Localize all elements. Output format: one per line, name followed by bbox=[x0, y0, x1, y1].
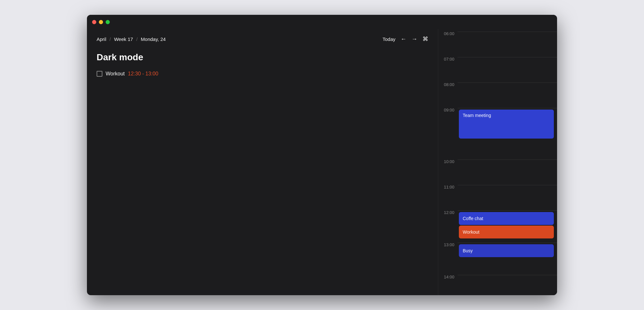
main-panel: April / Week 17 / Monday, 24 Today ← → ⌘… bbox=[87, 29, 438, 295]
time-area-0800 bbox=[458, 82, 557, 108]
time-slot-1400: 14:00 bbox=[438, 275, 557, 295]
task-checkbox[interactable] bbox=[97, 71, 102, 77]
breadcrumb-day: Monday, 24 bbox=[141, 36, 166, 42]
event-busy[interactable]: Busy bbox=[459, 244, 554, 257]
time-area-0900: Team meeting bbox=[458, 108, 557, 133]
time-area-0700 bbox=[458, 57, 557, 82]
today-button[interactable]: Today bbox=[383, 36, 395, 42]
time-slot-1200: 12:00 Coffe chat Workout bbox=[438, 210, 557, 243]
event-title-busy: Busy bbox=[463, 248, 473, 253]
time-label-1300: 13:00 bbox=[438, 243, 458, 247]
minimize-button[interactable] bbox=[99, 20, 103, 24]
time-label-0800: 08:00 bbox=[438, 82, 458, 87]
breadcrumb-month: April bbox=[97, 36, 106, 42]
time-area-1400 bbox=[458, 275, 557, 295]
close-button[interactable] bbox=[92, 20, 96, 24]
task-item: Workout 12:30 - 13:00 bbox=[97, 71, 428, 77]
time-slot-0900: 09:00 Team meeting bbox=[438, 108, 557, 160]
event-title-workout: Workout bbox=[463, 229, 479, 235]
time-slot-0600: 06:00 bbox=[438, 32, 557, 57]
time-label-0700: 07:00 bbox=[438, 57, 458, 61]
titlebar bbox=[87, 15, 557, 29]
breadcrumb-sep2: / bbox=[136, 36, 137, 42]
time-slot-1000: 10:00 bbox=[438, 160, 557, 185]
task-time: 12:30 - 13:00 bbox=[128, 71, 158, 77]
content-area: April / Week 17 / Monday, 24 Today ← → ⌘… bbox=[87, 29, 557, 295]
time-area-1300: Busy bbox=[458, 243, 557, 268]
nav-controls: Today ← → ⌘ bbox=[383, 35, 428, 43]
time-label-1000: 10:00 bbox=[438, 160, 458, 164]
time-area-1200: Coffe chat Workout bbox=[458, 210, 557, 240]
maximize-button[interactable] bbox=[106, 20, 110, 24]
time-area-1000 bbox=[458, 160, 557, 185]
header-row: April / Week 17 / Monday, 24 Today ← → ⌘ bbox=[97, 35, 428, 43]
time-label-1400: 14:00 bbox=[438, 275, 458, 279]
traffic-lights bbox=[92, 20, 110, 24]
time-label-0900: 09:00 bbox=[438, 108, 458, 112]
breadcrumb-sep1: / bbox=[109, 36, 111, 42]
time-slot-0700: 07:00 bbox=[438, 57, 557, 82]
time-slot-1300: 13:00 Busy bbox=[438, 243, 557, 275]
breadcrumb-week: Week 17 bbox=[114, 36, 133, 42]
task-label: Workout bbox=[106, 71, 125, 77]
app-window: April / Week 17 / Monday, 24 Today ← → ⌘… bbox=[87, 15, 557, 295]
event-title-coffe-chat: Coffe chat bbox=[463, 216, 483, 221]
calendar-panel: 06:00 07:00 08:00 09:00 Team meeting bbox=[438, 29, 557, 295]
time-label-1200: 12:00 bbox=[438, 210, 458, 215]
command-icon: ⌘ bbox=[422, 35, 428, 43]
time-area-1100 bbox=[458, 185, 557, 210]
time-slot-1100: 11:00 bbox=[438, 185, 557, 210]
event-title-team-meeting: Team meeting bbox=[463, 113, 491, 118]
event-workout[interactable]: Workout bbox=[459, 226, 554, 238]
breadcrumb: April / Week 17 / Monday, 24 bbox=[97, 36, 166, 42]
prev-button[interactable]: ← bbox=[401, 36, 406, 43]
time-area-0600 bbox=[458, 32, 557, 57]
time-label-1100: 11:00 bbox=[438, 185, 458, 189]
page-title: Dark mode bbox=[97, 52, 428, 63]
time-slot-0800: 08:00 bbox=[438, 82, 557, 108]
next-button[interactable]: → bbox=[412, 36, 417, 43]
time-label-0600: 06:00 bbox=[438, 32, 458, 36]
event-team-meeting[interactable]: Team meeting bbox=[459, 110, 554, 139]
event-coffe-chat[interactable]: Coffe chat bbox=[459, 212, 554, 225]
